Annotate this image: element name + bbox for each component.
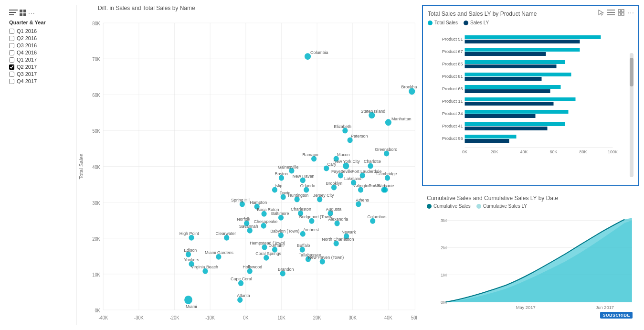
svg-text:Charleston: Charleston <box>291 206 311 211</box>
slicer-item-7[interactable]: Q4 2017 <box>9 78 72 84</box>
svg-text:Atlanta: Atlanta <box>237 293 250 298</box>
svg-rect-195 <box>465 77 542 81</box>
slicer-item-1[interactable]: Q2 2016 <box>9 35 72 41</box>
svg-text:0K: 0K <box>462 149 467 154</box>
area-chart-card: Cumulative Sales and Cumulative Sales LY… <box>422 190 639 325</box>
svg-text:Chesapeake: Chesapeake <box>254 219 278 224</box>
svg-text:Manhattan: Manhattan <box>391 117 412 121</box>
menu-icon[interactable] <box>607 10 615 15</box>
svg-text:30K: 30K <box>92 200 100 205</box>
svg-rect-2 <box>9 14 14 15</box>
svg-text:Ramapo: Ramapo <box>302 152 318 157</box>
svg-text:High Point: High Point <box>179 231 199 235</box>
svg-text:Alexandria: Alexandria <box>328 216 348 221</box>
svg-text:Paterson: Paterson <box>351 134 368 138</box>
svg-text:May 2017: May 2017 <box>516 305 536 310</box>
area-chart-svg: 0M 1M 2M 3M May 2017 Jun 2017 <box>427 211 634 312</box>
svg-text:-10K: -10K <box>205 315 215 319</box>
svg-rect-176 <box>622 10 624 12</box>
svg-rect-188 <box>465 35 601 39</box>
svg-text:Islip: Islip <box>274 183 282 188</box>
svg-rect-204 <box>465 135 517 138</box>
svg-text:10K: 10K <box>92 272 100 277</box>
slicer-item-2[interactable]: Q3 2016 <box>9 43 72 48</box>
svg-rect-6 <box>23 13 26 16</box>
svg-rect-194 <box>465 73 571 76</box>
svg-rect-3 <box>20 10 22 12</box>
scrollbar[interactable] <box>630 53 633 177</box>
svg-text:20K: 20K <box>490 149 498 154</box>
expand-icon[interactable] <box>618 9 624 16</box>
svg-text:Newark: Newark <box>341 229 356 234</box>
svg-text:Boston: Boston <box>274 171 288 176</box>
right-panel: ··· Total Sales and Sales LY by Product … <box>420 0 644 330</box>
svg-text:Amherst: Amherst <box>303 227 319 232</box>
svg-text:-40K: -40K <box>98 315 108 319</box>
svg-text:Brandon: Brandon <box>278 267 294 272</box>
legend-sales-ly-dot <box>464 21 468 25</box>
svg-text:Babylon (Town): Babylon (Town) <box>270 228 299 233</box>
dashboard: ··· Quarter & Year Q1 2016Q2 2016Q3 2016… <box>0 0 644 330</box>
slicer-item-0[interactable]: Q1 2016 <box>9 28 72 34</box>
svg-text:Product 81: Product 81 <box>442 74 463 79</box>
scatter-chart-container: Total Sales 0K 10K 20K 30K 40K 50K 60K 7… <box>79 13 417 319</box>
svg-point-168 <box>184 296 192 304</box>
slicer-item-6[interactable]: Q3 2017 <box>9 71 72 77</box>
legend-cumulative-sales-ly: Cumulative Sales LY <box>476 203 527 209</box>
svg-text:Charlotte: Charlotte <box>364 159 381 164</box>
svg-text:50K: 50K <box>411 315 417 319</box>
svg-rect-1 <box>9 12 16 13</box>
svg-rect-175 <box>618 10 621 12</box>
bar-chart-svg: Product 51 Product 67 Product 85 Product… <box>428 29 633 168</box>
svg-rect-196 <box>465 85 561 89</box>
svg-text:Product 11: Product 11 <box>442 99 463 104</box>
svg-text:100K: 100K <box>608 149 618 154</box>
slicer-panel: ··· Quarter & Year Q1 2016Q2 2016Q3 2016… <box>5 5 76 325</box>
svg-text:Hampton: Hampton <box>250 200 267 204</box>
svg-text:New York City: New York City <box>334 159 360 164</box>
svg-text:Arlington: Arlington <box>354 183 371 188</box>
cursor-icon <box>598 9 604 16</box>
slicer-item-3[interactable]: Q4 2016 <box>9 50 72 55</box>
svg-text:Staten Island: Staten Island <box>361 109 386 114</box>
slicer-grid-icon <box>20 10 26 16</box>
svg-rect-4 <box>23 10 26 12</box>
svg-rect-198 <box>465 97 576 101</box>
svg-text:Product 67: Product 67 <box>442 49 463 54</box>
svg-text:0K: 0K <box>243 315 249 319</box>
svg-text:40K: 40K <box>520 149 528 154</box>
svg-text:Product 66: Product 66 <box>442 86 463 91</box>
svg-text:New Haven: New Haven <box>293 173 315 178</box>
scrollbar-thumb[interactable] <box>630 58 633 86</box>
legend-cumulative-label: Cumulative Sales <box>433 203 471 209</box>
svg-text:Lakeland: Lakeland <box>344 176 361 181</box>
svg-text:10K: 10K <box>277 315 285 319</box>
slicer-more-icon[interactable]: ··· <box>28 9 35 17</box>
svg-text:Greensboro: Greensboro <box>375 147 397 152</box>
svg-text:Durham: Durham <box>268 243 284 247</box>
svg-text:Cambridge: Cambridge <box>376 171 397 176</box>
svg-text:70K: 70K <box>92 57 100 62</box>
svg-text:Clearwater: Clearwater <box>215 231 236 235</box>
svg-rect-192 <box>465 60 565 64</box>
legend-total-sales-label: Total Sales <box>434 20 458 25</box>
svg-text:Total Sales: Total Sales <box>79 154 84 180</box>
svg-text:Spring Hill: Spring Hill <box>231 197 250 202</box>
legend-total-sales-dot <box>428 21 433 25</box>
svg-text:Jersey City: Jersey City <box>313 192 334 197</box>
svg-text:Savannah: Savannah <box>239 224 258 228</box>
subscribe-badge[interactable]: SUBSCRIBE <box>600 312 633 319</box>
svg-rect-189 <box>465 40 580 43</box>
scatter-title: Diff. in Sales and Total Sales by Name <box>79 5 417 11</box>
legend-sales-ly: Sales LY <box>464 20 489 25</box>
svg-text:Miami Gardens: Miami Gardens <box>205 250 233 255</box>
svg-rect-193 <box>465 64 557 68</box>
slicer-item-5[interactable]: Q2 2017 <box>9 64 72 70</box>
svg-text:Fayetteville: Fayetteville <box>331 169 353 173</box>
bar-more-icon[interactable]: ··· <box>627 9 634 16</box>
svg-text:Product 34: Product 34 <box>442 111 463 116</box>
slicer-item-4[interactable]: Q1 2017 <box>9 57 72 63</box>
svg-text:Baltimore: Baltimore <box>271 211 289 215</box>
svg-rect-178 <box>622 13 624 15</box>
legend-cumulative-dot <box>427 204 432 209</box>
